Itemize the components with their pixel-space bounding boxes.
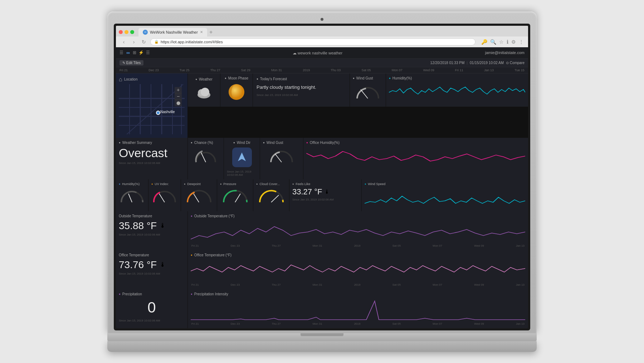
- chance-header: ● Chance (%): [191, 141, 221, 145]
- svg-line-18: [201, 153, 206, 162]
- wind-arrow-box: [232, 147, 252, 167]
- uv-dot: ●: [151, 183, 153, 185]
- zoom-in-button[interactable]: +: [175, 87, 182, 93]
- topbar-right: jamie@initialstate.com: [485, 50, 525, 55]
- topbar-center: ☁ wework nashville weather: [150, 49, 485, 56]
- topbar-left: ☰ ∞ ⊞ ⚡ ☰: [119, 50, 150, 55]
- tl-label-9: Mon 07: [392, 68, 402, 72]
- timeline-labels: Fri 21 Dec 23 Tue 25 Thu 27 Sat 29 Mon 3…: [119, 68, 525, 72]
- cloud-svg: [195, 85, 213, 99]
- feels-like-value: 33.27 °F: [292, 187, 322, 197]
- cloud-weather-icon: [195, 85, 213, 101]
- wind-dir-title: Wind Dir: [237, 141, 250, 145]
- outside-chart-labels: Fri 21 Dec 23 Thu 27 Mon 31 2019 Sat 05 …: [191, 244, 525, 247]
- laptop-base-bottom: [107, 341, 537, 352]
- wind-gust-header-2: ● Wind Gust: [263, 141, 300, 145]
- map-canvas: Nashville + − ⬤: [119, 84, 185, 134]
- uv-title: UV Index:: [155, 182, 169, 186]
- url-bar[interactable]: 🔒 https://iot.app.initialstate.com/#/til…: [150, 38, 475, 45]
- tl-label-8: Sat 05: [362, 68, 371, 72]
- grid-icon[interactable]: ⊞: [133, 50, 136, 55]
- office-humidity-header: ● Office Humidity(%): [306, 141, 525, 145]
- office-temp-title: Office Temperature: [119, 253, 149, 257]
- precip-value: 0: [119, 299, 185, 316]
- outside-temp-value-row: 35.88 °F 🌡: [119, 220, 185, 232]
- wind-gust-title: Wind Gust: [356, 76, 373, 80]
- zoom-out-button[interactable]: −: [175, 93, 182, 100]
- reset-button[interactable]: ⬤: [175, 100, 182, 106]
- feels-like-tile: ● Feels Like 33.27 °F 🌡 Since Jan 15, 20…: [289, 179, 361, 211]
- row4: Outside Temperature 35.88 °F 🌡 Since Jan…: [116, 211, 528, 250]
- close-button[interactable]: [119, 30, 123, 34]
- precip-dot: ●: [119, 292, 121, 296]
- hum-gauge-svg: [119, 187, 145, 203]
- list-icon[interactable]: ☰: [146, 50, 150, 55]
- new-tab-button[interactable]: +: [209, 29, 213, 35]
- feels-like-header: ● Feels Like: [292, 182, 358, 186]
- office-temp-value-row: 73.76 °F 🌡: [119, 259, 185, 271]
- location-tile: ⌂ Location: [116, 73, 187, 138]
- traffic-lights: [119, 30, 134, 34]
- minimize-button[interactable]: [125, 30, 128, 34]
- tab-close-button[interactable]: ✕: [200, 30, 203, 34]
- city-label: Nashville: [160, 110, 175, 114]
- weather-dot: ●: [195, 78, 197, 81]
- moon-tile-header: ● Moon Phase: [225, 76, 248, 80]
- feels-dot: ●: [292, 183, 294, 185]
- chance-title: Chance (%): [194, 141, 213, 145]
- chart-icon[interactable]: ⚡: [138, 50, 144, 55]
- pressure-dot: ●: [220, 183, 221, 185]
- precip-chart-header: ● Precipitation Intensity: [191, 292, 525, 296]
- wind-dir-header: ● Wind Dir: [233, 141, 250, 145]
- office-temp-chart-title: Office Temperature (°F): [194, 253, 231, 257]
- office-temp-value: 73.76 °F: [119, 259, 157, 271]
- wind-dir-since: Since Jan 15, 2019 10:02:06 AM: [227, 170, 257, 176]
- edit-tiles-button[interactable]: ✎ Edit Tiles: [119, 60, 143, 66]
- forecast-tile-header: ● Today's Forecast: [257, 77, 346, 81]
- address-bar: ‹ › ↻ 🔒 https://iot.app.initialstate.com…: [116, 37, 528, 47]
- wind-speed-svg: [365, 187, 525, 207]
- row6: ● Precipitation 0 Since Jan 15, 2019 10:…: [116, 289, 528, 328]
- office-chart-dot: ●: [191, 253, 192, 257]
- timeline-bar: Fri 21 Dec 23 Tue 25 Thu 27 Sat 29 Mon 3…: [116, 67, 528, 73]
- moon-dot: ●: [225, 77, 226, 80]
- moon-title: Moon Phase: [228, 76, 248, 80]
- wind-gust-title-2: Wind Gust: [267, 141, 283, 145]
- wind-dir-dot: ●: [233, 141, 235, 144]
- svg-marker-20: [238, 153, 246, 161]
- home-icon: ⌂: [119, 76, 122, 83]
- feels-like-title: Feels Like: [296, 182, 310, 186]
- refresh-button[interactable]: ↻: [140, 38, 147, 45]
- row3: ● Humidity(%): [116, 179, 528, 211]
- chance-gauge-svg: [193, 146, 218, 164]
- svg-line-21: [275, 154, 282, 162]
- outside-temp-title: Outside Temperature: [119, 214, 152, 218]
- tl-label-4: Sat 29: [241, 68, 250, 72]
- row5: Office Temperature 73.76 °F 🌡 Since Jan …: [116, 250, 528, 289]
- screen-bezel: ∞ WeWork Nashville Weather ✕ + ‹ › ↻ 🔒 h…: [114, 24, 530, 330]
- browser-tab-active[interactable]: ∞ WeWork Nashville Weather ✕: [138, 28, 207, 37]
- forecast-title: Today's Forecast: [260, 77, 287, 81]
- wind-gust-gauge: [353, 82, 383, 100]
- wind-gust-svg-2: [267, 146, 296, 164]
- outside-temp-since: Since Jan 15, 2019 10:02:06 AM: [119, 233, 185, 236]
- compare-button[interactable]: ⊙ Compare: [506, 61, 525, 65]
- office-temp-chart-svg: [191, 258, 525, 282]
- lock-icon: 🔒: [154, 40, 158, 44]
- app-ui: ☰ ∞ ⊞ ⚡ ☰ ☁ wework nashville weather: [116, 47, 528, 328]
- hamburger-menu[interactable]: ☰: [119, 50, 123, 55]
- forward-button[interactable]: ›: [130, 38, 137, 45]
- svg-line-25: [235, 194, 240, 202]
- weather-summary-tile: ● Weather Summary Overcast Since Jan 15,…: [116, 138, 187, 179]
- cloud-cover-svg: [258, 187, 285, 203]
- tl-label-2: Tue 25: [180, 68, 190, 72]
- thermometer-icon: 🌡: [324, 189, 330, 195]
- svg-point-12: [156, 111, 160, 115]
- wind-speed-header: ● Wind Speed: [365, 182, 525, 186]
- svg-line-22: [128, 194, 132, 202]
- maximize-button[interactable]: [130, 30, 134, 34]
- back-button[interactable]: ‹: [120, 38, 127, 45]
- summary-dot: ●: [119, 141, 121, 144]
- dewpoint-tile: ● Dewpoint: [181, 179, 217, 211]
- precip-chart-labels: Fri 21 Dec 23 Thu 27 Mon 31 2019 Sat 05 …: [191, 322, 525, 325]
